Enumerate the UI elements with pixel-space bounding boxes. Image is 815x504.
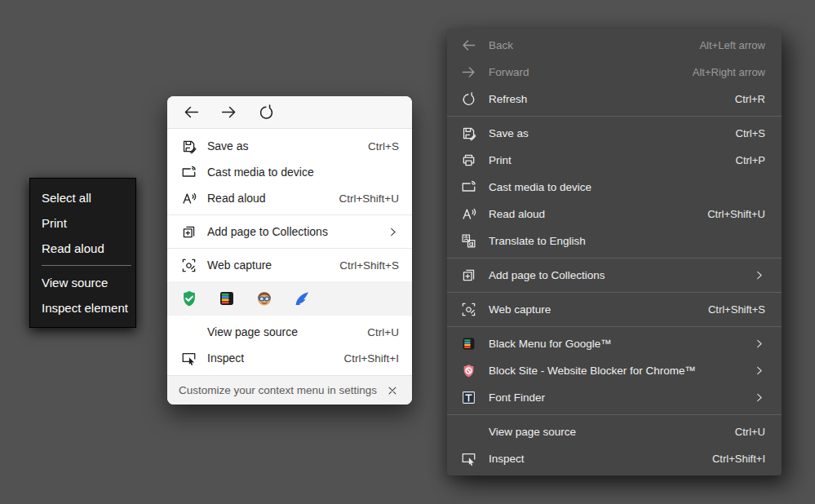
menu-item-label: Block Site - Website Blocker for Chrome™ bbox=[489, 365, 696, 377]
menu-item-label: Read aloud bbox=[207, 192, 339, 205]
back-arrow-icon bbox=[183, 104, 200, 121]
menu-item-label: Web capture bbox=[489, 303, 551, 316]
forward-button[interactable] bbox=[215, 100, 242, 125]
menu-footer: Customize your context menu in settings bbox=[167, 375, 412, 405]
shortcut-label: Ctrl+S bbox=[368, 140, 399, 153]
menu-item-inspect[interactable]: Inspect Ctrl+Shift+I bbox=[167, 345, 412, 371]
menu-item-label: Inspect bbox=[207, 351, 343, 365]
menu-item-cast-media[interactable]: Cast media to device bbox=[447, 174, 782, 201]
menu-item-read-aloud[interactable]: Read aloud bbox=[30, 236, 135, 261]
inspect-icon bbox=[180, 350, 197, 366]
menu-item-save-as[interactable]: Save as Ctrl+S bbox=[167, 133, 412, 159]
back-button[interactable] bbox=[177, 100, 205, 125]
menu-item-black-menu-extension[interactable]: Black Menu for Google™ bbox=[447, 330, 782, 357]
icon-spacer bbox=[460, 424, 476, 440]
menu-item-web-capture[interactable]: Web capture Ctrl+Shift+S bbox=[447, 296, 782, 323]
web-capture-icon bbox=[180, 257, 197, 273]
menu-item-forward[interactable]: Forward Alt+Right arrow bbox=[447, 59, 782, 86]
refresh-icon bbox=[258, 104, 275, 121]
cast-icon bbox=[180, 164, 197, 180]
menu-item-view-page-source[interactable]: View page source Ctrl+U bbox=[167, 319, 412, 345]
read-aloud-icon bbox=[180, 190, 197, 206]
save-as-icon bbox=[460, 126, 476, 142]
menu-item-read-aloud[interactable]: Read aloud Ctrl+Shift+U bbox=[447, 201, 782, 228]
menu-separator bbox=[42, 265, 131, 266]
shortcut-label: Alt+Right arrow bbox=[693, 66, 765, 78]
font-finder-extension-icon[interactable] bbox=[293, 290, 311, 307]
icon-spacer bbox=[180, 324, 197, 340]
shortcut-label: Ctrl+Shift+U bbox=[707, 208, 765, 220]
menu-item-label: Back bbox=[489, 39, 513, 51]
menu-item-back[interactable]: Back Alt+Left arrow bbox=[447, 32, 782, 59]
shortcut-label: Ctrl+Shift+I bbox=[343, 352, 399, 365]
forward-arrow-icon bbox=[460, 64, 476, 81]
shortcut-label: Ctrl+U bbox=[367, 326, 399, 338]
menu-item-view-source[interactable]: View source bbox=[30, 270, 135, 295]
menu-item-font-finder-extension[interactable]: Font Finder bbox=[447, 384, 782, 411]
menu-item-add-to-collections[interactable]: Add page to Collections bbox=[447, 262, 782, 289]
collections-icon bbox=[460, 267, 476, 284]
menu-item-label: Web capture bbox=[207, 259, 339, 272]
menu-item-label: View page source bbox=[489, 426, 576, 438]
chevron-right-icon bbox=[753, 365, 765, 377]
refresh-icon bbox=[460, 91, 476, 108]
menu-separator bbox=[167, 214, 412, 215]
screenshot-canvas: Select all Print Read aloud View source … bbox=[0, 0, 815, 504]
close-icon bbox=[387, 385, 398, 396]
menu-item-inspect[interactable]: Inspect Ctrl+Shift+I bbox=[447, 445, 782, 472]
chevron-right-icon bbox=[753, 391, 765, 404]
close-button[interactable] bbox=[384, 382, 401, 399]
shortcut-label: Ctrl+R bbox=[735, 93, 765, 105]
menu-item-label: Inspect element bbox=[42, 301, 128, 315]
block-site-extension-icon[interactable] bbox=[255, 290, 273, 307]
shortcut-label: Ctrl+S bbox=[736, 127, 765, 139]
shortcut-label: Ctrl+P bbox=[736, 154, 765, 166]
menu-item-label: Print bbox=[489, 154, 512, 166]
back-arrow-icon bbox=[460, 38, 476, 54]
menu-nav-bar bbox=[167, 96, 412, 129]
black-menu-extension-icon[interactable] bbox=[218, 290, 236, 307]
context-menu-left: Select all Print Read aloud View source … bbox=[29, 178, 136, 328]
footer-message: Customize your context menu in settings bbox=[179, 384, 384, 396]
menu-item-label: Cast media to device bbox=[207, 166, 399, 179]
menu-item-translate[interactable]: Translate to English bbox=[447, 228, 782, 254]
menu-separator bbox=[167, 248, 412, 249]
menu-separator bbox=[447, 326, 782, 327]
menu-separator bbox=[447, 414, 782, 415]
refresh-button[interactable] bbox=[252, 100, 280, 125]
context-menu-right: Back Alt+Left arrow Forward Alt+Right ar… bbox=[447, 29, 782, 475]
menu-item-block-site-extension[interactable]: Block Site - Website Blocker for Chrome™ bbox=[447, 357, 782, 384]
menu-separator bbox=[447, 292, 782, 293]
menu-separator bbox=[447, 258, 782, 259]
shortcut-label: Ctrl+Shift+U bbox=[339, 192, 399, 205]
shortcut-label: Alt+Left arrow bbox=[699, 39, 765, 51]
menu-item-read-aloud[interactable]: Read aloud Ctrl+Shift+U bbox=[167, 185, 412, 211]
menu-item-label: Save as bbox=[489, 127, 529, 139]
inspect-icon bbox=[460, 451, 476, 467]
menu-item-refresh[interactable]: Refresh Ctrl+R bbox=[447, 86, 782, 113]
menu-item-cast-media[interactable]: Cast media to device bbox=[167, 159, 412, 185]
menu-item-label: Read aloud bbox=[489, 208, 545, 220]
menu-item-add-to-collections[interactable]: Add page to Collections bbox=[167, 219, 412, 245]
shield-check-extension-icon[interactable] bbox=[180, 290, 198, 307]
context-menu-middle: Save as Ctrl+S Cast media to device Read… bbox=[167, 96, 412, 405]
menu-item-web-capture[interactable]: Web capture Ctrl+Shift+S bbox=[167, 252, 412, 278]
chevron-right-icon bbox=[753, 338, 765, 350]
shortcut-label: Ctrl+Shift+S bbox=[339, 259, 399, 272]
menu-item-label: Select all bbox=[42, 191, 91, 205]
font-finder-extension-icon bbox=[460, 390, 476, 406]
menu-item-inspect-element[interactable]: Inspect element bbox=[30, 295, 135, 321]
extensions-row bbox=[167, 281, 412, 316]
menu-item-label: View source bbox=[42, 276, 108, 290]
menu-item-select-all[interactable]: Select all bbox=[30, 185, 135, 210]
menu-item-view-page-source[interactable]: View page source Ctrl+U bbox=[447, 418, 782, 445]
chevron-right-icon bbox=[387, 226, 399, 238]
shortcut-label: Ctrl+Shift+S bbox=[708, 303, 765, 316]
printer-icon bbox=[460, 153, 476, 169]
menu-item-save-as[interactable]: Save as Ctrl+S bbox=[447, 120, 782, 147]
menu-item-label: Translate to English bbox=[489, 235, 586, 247]
menu-item-print[interactable]: Print bbox=[30, 210, 135, 236]
menu-item-print[interactable]: Print Ctrl+P bbox=[447, 147, 782, 174]
read-aloud-icon bbox=[460, 206, 476, 223]
block-site-extension-icon bbox=[460, 363, 476, 379]
